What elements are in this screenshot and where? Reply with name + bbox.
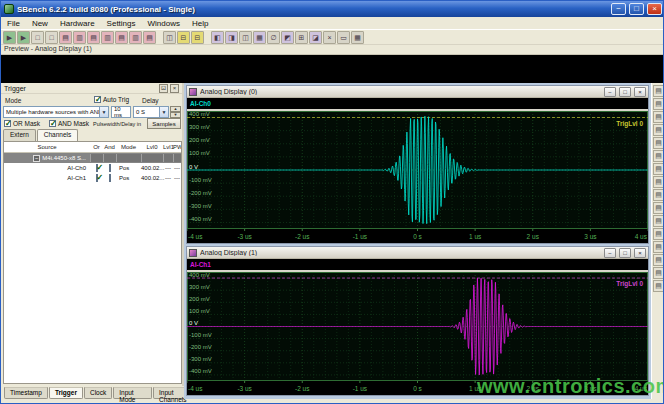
trigger-panel-title: Trigger [4,85,157,92]
and-mask-checkbox-box[interactable] [49,120,56,127]
toolbar-button-02-icon[interactable]: ▶ [17,31,30,44]
toolbar-button-15-icon[interactable]: ◧ [211,31,224,44]
side-button-08-icon[interactable]: ▤ [653,176,664,188]
trigger-mode-select[interactable]: Multiple hardware sources with AND/OR ▼ [3,106,109,118]
toolbar-button-09-icon[interactable]: ▤ [115,31,128,44]
toolbar-button-11-icon[interactable]: ▤ [143,31,156,44]
toolbar-button-23-icon[interactable]: × [323,31,336,44]
close-icon[interactable]: × [634,87,646,97]
side-button-01-icon[interactable]: ▤ [653,85,664,97]
auto-trig-timeout-field[interactable]: 10 ms [111,106,131,118]
main-titlebar[interactable]: SBench 6.2.2 build 8080 (Professional - … [1,1,664,17]
y-tick-label: 0 V [189,320,198,326]
table-group-row[interactable]: −M4i.4450-x8 S... [4,153,181,163]
tab-trigger[interactable]: Trigger [49,387,83,399]
table-row[interactable]: AI-Ch0Pos400.02...------ [4,163,181,173]
toolbar-button-17-icon[interactable]: ◫ [239,31,252,44]
toolbar-button-25-icon[interactable]: ▦ [351,31,364,44]
toolbar-button-10-icon[interactable]: ▥ [129,31,142,44]
maximize-button[interactable]: □ [629,3,644,15]
toolbar-button-13-icon[interactable]: ⊟ [177,31,190,44]
minimize-icon[interactable]: − [604,87,616,97]
table-row[interactable]: AI-Ch1Pos400.02...------ [4,173,181,183]
samples-button[interactable]: Samples [147,118,181,129]
toolbar-button-06-icon[interactable]: ▥ [73,31,86,44]
toolbar-button-03-icon[interactable]: □ [31,31,44,44]
minimize-icon[interactable]: − [604,248,616,258]
analog-display-0-plot[interactable]: TrigLvl 0400 mV300 mV200 mV100 mV0 V-100… [187,111,648,243]
toolbar-button-05-icon[interactable]: ▤ [59,31,72,44]
side-button-14-icon[interactable]: ▤ [653,254,664,266]
and-checkbox[interactable] [109,164,111,172]
delay-select[interactable]: 0 S ▼ [133,106,169,118]
side-button-07-icon[interactable]: ▤ [653,163,664,175]
lvl0-cell: 400.02... [141,175,163,181]
side-button-11-icon[interactable]: ▤ [653,215,664,227]
menu-new[interactable]: New [26,17,54,29]
toolbar-button-14-icon[interactable]: ⊟ [191,31,204,44]
toolbar-button-01-icon[interactable]: ▶ [3,31,16,44]
menu-help[interactable]: Help [186,17,214,29]
or-checkbox[interactable] [96,174,98,182]
and-mask-checkbox[interactable]: AND Mask [49,120,89,127]
and-checkbox[interactable] [109,174,111,182]
side-button-12-icon[interactable]: ▤ [653,228,664,240]
toolbar-button-04-icon[interactable]: □ [45,31,58,44]
toolbar-button-12-icon[interactable]: ◫ [163,31,176,44]
toolbar-button-08-icon[interactable]: ▥ [101,31,114,44]
collapse-icon[interactable]: − [33,155,40,162]
toolbar-button-24-icon[interactable]: ▭ [337,31,350,44]
toolbar-button-21-icon[interactable]: ⊞ [295,31,308,44]
side-button-05-icon[interactable]: ▤ [653,137,664,149]
float-panel-icon[interactable]: ⊡ [159,84,168,93]
close-button[interactable]: × [647,3,662,15]
trigger-source-tabs: Extern Channels [3,129,78,141]
side-button-13-icon[interactable]: ▤ [653,241,664,253]
close-panel-icon[interactable]: × [170,84,179,93]
side-button-09-icon[interactable]: ▤ [653,189,664,201]
maximize-icon[interactable]: □ [619,87,631,97]
side-button-10-icon[interactable]: ▤ [653,202,664,214]
maximize-icon[interactable]: □ [619,248,631,258]
tab-channels[interactable]: Channels [37,129,78,141]
auto-trig-checkbox[interactable]: Auto Trig [94,96,129,103]
menu-file[interactable]: File [1,17,26,29]
analog-display-1-window[interactable]: Analog Display (1) − □ × AI-Ch1 TrigLvl … [186,246,649,396]
auto-trig-checkbox-box[interactable] [94,96,101,103]
toolbar-button-16-icon[interactable]: ◨ [225,31,238,44]
tab-input-mode[interactable]: Input Mode [113,387,152,399]
toolbar-button-19-icon[interactable]: ∅ [267,31,280,44]
y-tick-label: 300 mV [189,284,210,290]
tab-clock[interactable]: Clock [84,387,112,399]
chevron-down-icon[interactable]: ▼ [99,107,108,117]
or-checkbox[interactable] [96,164,98,172]
delay-spinner[interactable]: ▲ ▼ [170,106,181,118]
toolbar-button-07-icon[interactable]: ▤ [87,31,100,44]
or-mask-checkbox[interactable]: OR Mask [4,120,40,127]
side-button-03-icon[interactable]: ▤ [653,111,664,123]
y-tick-label: -100 mV [189,332,212,338]
analog-display-0-titlebar[interactable]: Analog Display (0) − □ × [187,86,648,98]
side-button-16-icon[interactable]: ▤ [653,280,664,292]
menu-hardware[interactable]: Hardware [54,17,101,29]
chevron-down-icon[interactable]: ▼ [159,107,168,117]
close-icon[interactable]: × [634,248,646,258]
tab-timestamp[interactable]: Timestamp [4,387,48,399]
toolbar-button-22-icon[interactable]: ◪ [309,31,322,44]
side-button-06-icon[interactable]: ▤ [653,150,664,162]
side-button-02-icon[interactable]: ▤ [653,98,664,110]
menu-settings[interactable]: Settings [101,17,142,29]
tab-extern[interactable]: Extern [3,129,36,141]
or-mask-checkbox-box[interactable] [4,120,11,127]
toolbar-button-18-icon[interactable]: ▦ [253,31,266,44]
menu-windows[interactable]: Windows [142,17,186,29]
side-button-04-icon[interactable]: ▤ [653,124,664,136]
side-button-15-icon[interactable]: ▤ [653,267,664,279]
preview-area[interactable] [1,55,664,83]
trigger-channels-table[interactable]: SourceOrAndModeLvl0Lvl1PW−M4i.4450-x8 S.… [3,141,182,384]
trigger-panel-header[interactable]: Trigger ⊡ × [1,83,182,94]
toolbar-button-20-icon[interactable]: ◩ [281,31,294,44]
analog-display-1-titlebar[interactable]: Analog Display (1) − □ × [187,247,648,259]
minimize-button[interactable]: − [611,3,626,15]
analog-display-0-window[interactable]: Analog Display (0) − □ × AI-Ch0 TrigLvl … [186,85,649,244]
